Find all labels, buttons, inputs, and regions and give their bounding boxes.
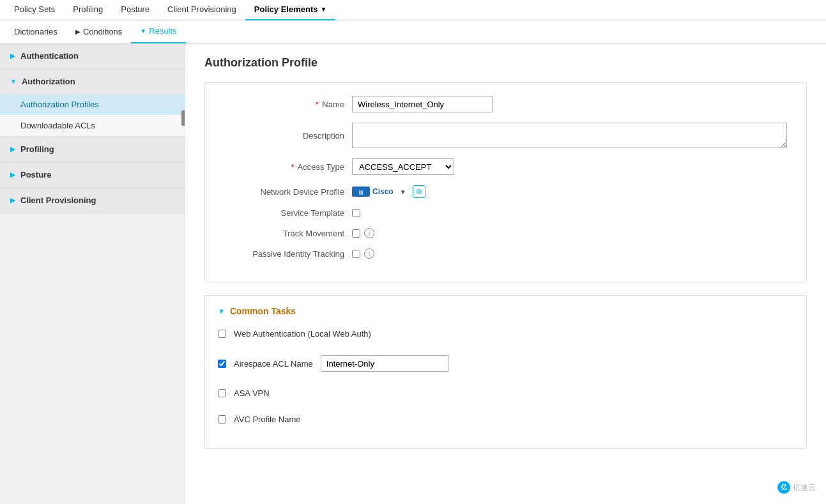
common-tasks-title: Common Tasks xyxy=(230,306,296,316)
sidebar-section-authentication: ▶ Authentication xyxy=(0,43,185,69)
track-movement-row: Track Movement i xyxy=(224,228,787,238)
web-auth-label: Web Authentication (Local Web Auth) xyxy=(234,329,371,339)
task-row-avc-profile: AVC Profile Name xyxy=(218,412,793,427)
posture-expand-arrow: ▶ xyxy=(10,171,15,178)
task-row-airespace-acl: Airespace ACL Name xyxy=(218,353,793,374)
network-device-profile-wrapper: ||| Cisco ▼ ⊕ xyxy=(352,185,425,198)
cisco-logo-icon: ||| xyxy=(352,187,370,197)
nav-policy-elements[interactable]: Policy Elements ▼ xyxy=(245,0,336,20)
authorization-expand-arrow: ▼ xyxy=(10,78,17,85)
passive-identity-tracking-row: Passive Identity Tracking i xyxy=(224,248,787,259)
nav-conditions[interactable]: ▶ Conditions xyxy=(66,20,131,43)
client-provisioning-expand-arrow: ▶ xyxy=(10,197,15,204)
passive-identity-tracking-checkbox-wrapper: i xyxy=(352,248,374,259)
sidebar-section-authorization: ▼ Authorization Authorization Profiles D… xyxy=(0,69,185,137)
airespace-acl-label: Airespace ACL Name xyxy=(234,359,313,369)
content-area: Authorization Profile * Name Description… xyxy=(185,43,826,504)
airespace-acl-checkbox[interactable] xyxy=(218,360,226,368)
watermark-text: 亿速云 xyxy=(793,482,816,493)
passive-identity-tracking-label: Passive Identity Tracking xyxy=(224,249,352,259)
track-movement-info-icon[interactable]: i xyxy=(364,228,374,238)
nav-dictionaries[interactable]: Dictionaries xyxy=(5,20,66,43)
service-template-label: Service Template xyxy=(224,208,352,218)
profiling-expand-arrow: ▶ xyxy=(10,146,15,153)
task-row-asa-vpn: ASA VPN xyxy=(218,386,793,401)
passive-identity-tracking-info-icon[interactable]: i xyxy=(364,248,374,259)
sidebar-posture-header[interactable]: ▶ Posture xyxy=(0,162,185,187)
access-type-select[interactable]: ACCESS_ACCEPT ACCESS_REJECT xyxy=(352,158,454,175)
asa-vpn-label: ASA VPN xyxy=(234,388,270,398)
watermark-icon: 亿 xyxy=(777,481,790,494)
sidebar-authentication-header[interactable]: ▶ Authentication xyxy=(0,43,185,68)
page-title: Authorization Profile xyxy=(204,56,807,70)
track-movement-checkbox[interactable] xyxy=(352,229,360,238)
watermark: 亿 亿速云 xyxy=(777,481,816,494)
sidebar-profiling-header[interactable]: ▶ Profiling xyxy=(0,137,185,162)
common-tasks-section: ▼ Common Tasks Web Authentication (Local… xyxy=(204,295,807,449)
authentication-expand-arrow: ▶ xyxy=(10,52,15,59)
service-template-checkbox[interactable] xyxy=(352,209,360,217)
avc-profile-checkbox[interactable] xyxy=(218,415,226,424)
network-device-profile-row: Network Device Profile ||| Cisco ▼ ⊕ xyxy=(224,185,787,198)
track-movement-label: Track Movement xyxy=(224,229,352,238)
name-label: * Name xyxy=(224,100,352,109)
sidebar-section-client-provisioning: ▶ Client Provisioning xyxy=(0,188,185,213)
main-layout: ◀ ▶ Authentication ▼ Authorization Autho… xyxy=(0,43,826,504)
name-row: * Name xyxy=(224,96,787,112)
nav-profiling[interactable]: Profiling xyxy=(64,0,112,20)
authorization-profile-form: * Name Description * Access Type ACCESS_… xyxy=(204,82,807,282)
description-textarea[interactable] xyxy=(352,123,787,148)
results-arrow: ▼ xyxy=(140,27,146,34)
name-input[interactable] xyxy=(352,96,493,112)
policy-elements-dropdown-arrow: ▼ xyxy=(320,6,326,13)
nav-results[interactable]: ▼ Results xyxy=(131,20,185,43)
nav-posture[interactable]: Posture xyxy=(112,0,158,20)
sidebar-authorization-header[interactable]: ▼ Authorization xyxy=(0,69,185,94)
sidebar-section-profiling: ▶ Profiling xyxy=(0,137,185,162)
common-tasks-header[interactable]: ▼ Common Tasks xyxy=(218,306,793,316)
authorization-items: Authorization Profiles Downloadable ACLs xyxy=(0,94,185,136)
passive-identity-tracking-checkbox[interactable] xyxy=(352,250,360,258)
top-navigation: Policy Sets Profiling Posture Client Pro… xyxy=(0,0,826,20)
web-auth-checkbox[interactable] xyxy=(218,330,226,338)
description-row: Description xyxy=(224,123,787,148)
access-type-required-marker: * xyxy=(291,162,294,172)
description-label: Description xyxy=(224,131,352,141)
access-type-label: * Access Type xyxy=(224,162,352,172)
common-tasks-arrow: ▼ xyxy=(218,307,225,315)
sidebar: ◀ ▶ Authentication ▼ Authorization Autho… xyxy=(0,43,185,504)
asa-vpn-checkbox[interactable] xyxy=(218,389,226,397)
task-row-web-auth: Web Authentication (Local Web Auth) xyxy=(218,326,793,341)
second-navigation: Dictionaries ▶ Conditions ▼ Results xyxy=(0,20,826,43)
avc-profile-label: AVC Profile Name xyxy=(234,415,301,424)
name-required-marker: * xyxy=(316,100,319,109)
service-template-row: Service Template xyxy=(224,208,787,218)
sidebar-section-posture: ▶ Posture xyxy=(0,162,185,188)
network-device-profile-label: Network Device Profile xyxy=(224,187,352,197)
nav-client-provisioning[interactable]: Client Provisioning xyxy=(158,0,245,20)
nav-policy-sets[interactable]: Policy Sets xyxy=(5,0,64,20)
access-type-row: * Access Type ACCESS_ACCEPT ACCESS_REJEC… xyxy=(224,158,787,175)
cisco-logo: ||| Cisco xyxy=(352,187,394,197)
track-movement-checkbox-wrapper: i xyxy=(352,228,374,238)
network-device-dropdown-button[interactable]: ▼ xyxy=(397,187,409,197)
sidebar-item-downloadable-acls[interactable]: Downloadable ACLs xyxy=(0,115,185,136)
airespace-acl-input[interactable] xyxy=(321,355,448,372)
sidebar-item-authorization-profiles[interactable]: Authorization Profiles xyxy=(0,94,185,115)
network-device-globe-button[interactable]: ⊕ xyxy=(413,185,425,198)
sidebar-client-provisioning-header[interactable]: ▶ Client Provisioning xyxy=(0,188,185,213)
conditions-arrow: ▶ xyxy=(75,28,80,35)
service-template-checkbox-wrapper xyxy=(352,209,360,217)
